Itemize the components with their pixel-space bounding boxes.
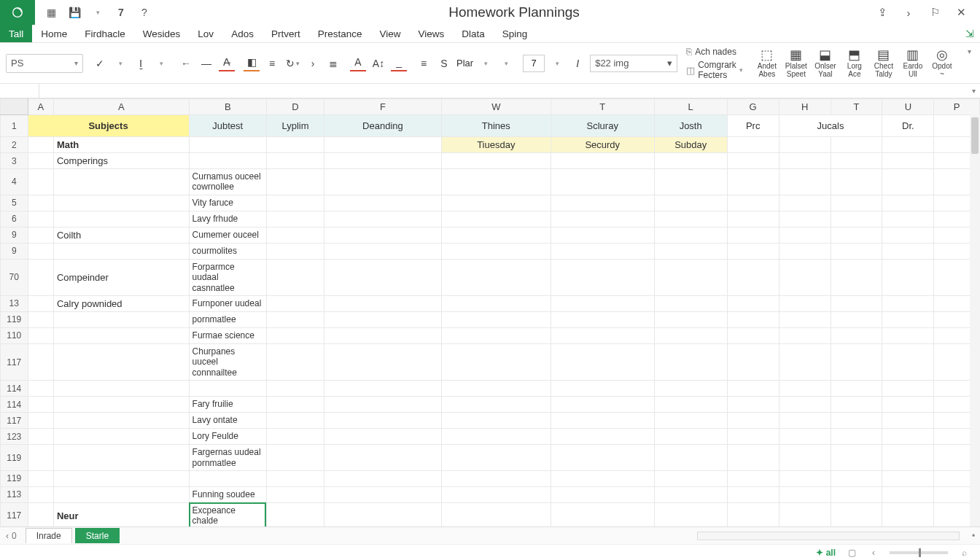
- col-header[interactable]: A: [53, 99, 189, 115]
- cell[interactable]: [779, 470, 831, 486]
- cell[interactable]: [266, 195, 324, 211]
- ribbon-stack-1[interactable]: ▦PlalsetSpeet: [782, 48, 810, 78]
- cell[interactable]: [266, 397, 324, 413]
- list-icon[interactable]: ≣: [325, 55, 341, 71]
- ach-nades-button[interactable]: ⎘ Ach nades: [686, 46, 743, 57]
- menu-tab-firdhacle[interactable]: Firdhacle: [76, 25, 134, 42]
- cell[interactable]: [882, 502, 934, 526]
- cell-subject[interactable]: [53, 445, 189, 471]
- cell[interactable]: [28, 295, 53, 311]
- cell[interactable]: [831, 502, 882, 526]
- cell[interactable]: [831, 486, 882, 502]
- row-header[interactable]: 13: [1, 295, 28, 311]
- cell[interactable]: [654, 486, 727, 502]
- sheet-nav-prev-icon[interactable]: ‹: [6, 531, 9, 541]
- row-header[interactable]: 9: [1, 227, 28, 243]
- cell[interactable]: Lavy ontate: [189, 413, 266, 429]
- cell[interactable]: Furnponer uudeal: [189, 295, 266, 311]
- cell[interactable]: [189, 137, 266, 153]
- cell[interactable]: [441, 397, 551, 413]
- ribbon-stack-2[interactable]: ⬓OnlserYaal: [812, 48, 839, 78]
- cell[interactable]: Jubtest: [189, 115, 266, 137]
- qat-help-icon[interactable]: ?: [137, 5, 152, 20]
- cell[interactable]: [779, 243, 831, 259]
- cell[interactable]: [28, 429, 53, 445]
- row-header[interactable]: 4: [1, 169, 28, 195]
- row-header[interactable]: 119: [1, 470, 28, 486]
- cell[interactable]: [779, 381, 831, 397]
- comgrark-fecters-button[interactable]: ◫ Comgrark Fecters ▾: [686, 60, 743, 80]
- cell[interactable]: [324, 470, 442, 486]
- vertical-scrollbar[interactable]: [970, 114, 980, 526]
- cell[interactable]: [882, 211, 934, 227]
- cell[interactable]: Subday: [654, 137, 727, 153]
- cell[interactable]: Funning soudee: [189, 486, 266, 502]
- cell[interactable]: [28, 259, 53, 295]
- cell[interactable]: [779, 311, 831, 327]
- ribbon-stack-0[interactable]: ⬚AndetAbes: [753, 48, 781, 78]
- cell-subject[interactable]: [53, 470, 189, 486]
- cell[interactable]: [654, 243, 727, 259]
- cell[interactable]: [882, 413, 934, 429]
- bullets-icon[interactable]: ≡: [416, 55, 432, 71]
- cell[interactable]: [831, 243, 882, 259]
- italic-style-icon[interactable]: I̱: [133, 55, 149, 71]
- cell[interactable]: [441, 502, 551, 526]
- qat-save-icon[interactable]: 💾: [67, 5, 82, 20]
- ribbon-stack-3[interactable]: ⬒LorgAce: [841, 48, 868, 78]
- cell-subject[interactable]: [53, 211, 189, 227]
- cell[interactable]: pornmatlee: [189, 311, 266, 327]
- cell[interactable]: [831, 327, 882, 343]
- cell[interactable]: [324, 397, 442, 413]
- font-name-select[interactable]: PS ▾: [6, 54, 83, 73]
- cell[interactable]: [266, 227, 324, 243]
- cell-subject[interactable]: Comperings: [53, 153, 189, 169]
- cell[interactable]: Thines: [441, 115, 551, 137]
- cell[interactable]: [266, 343, 324, 380]
- cell[interactable]: [882, 470, 934, 486]
- cell[interactable]: [654, 211, 727, 227]
- cell[interactable]: [28, 470, 53, 486]
- cell[interactable]: [727, 445, 779, 471]
- cell[interactable]: [831, 470, 882, 486]
- cell[interactable]: [654, 502, 727, 526]
- row-header[interactable]: 119: [1, 445, 28, 471]
- cell[interactable]: [266, 502, 324, 526]
- cell[interactable]: [189, 153, 266, 169]
- cell[interactable]: [727, 486, 779, 502]
- cell[interactable]: [727, 137, 779, 153]
- ribbon-stack-5[interactable]: ▥EardoUll: [899, 48, 927, 78]
- cell[interactable]: [324, 502, 442, 526]
- cell[interactable]: [831, 195, 882, 211]
- cell[interactable]: [779, 153, 831, 169]
- align-icon[interactable]: ≡: [264, 55, 280, 71]
- menu-tab-views[interactable]: Views: [410, 25, 454, 42]
- cell[interactable]: Jucals: [779, 115, 882, 137]
- cell[interactable]: [551, 169, 654, 195]
- cell[interactable]: [654, 195, 727, 211]
- cell[interactable]: Forparmce uudaal casnnatlee: [189, 259, 266, 295]
- cell[interactable]: Tiuesday: [441, 137, 551, 153]
- cell[interactable]: [882, 227, 934, 243]
- qat-num[interactable]: 7: [114, 5, 128, 20]
- cell[interactable]: [441, 327, 551, 343]
- row-header[interactable]: 3: [1, 153, 28, 169]
- cell[interactable]: [831, 343, 882, 380]
- menu-tab-dlata[interactable]: Dlata: [453, 25, 494, 42]
- cell[interactable]: [779, 486, 831, 502]
- cell[interactable]: [324, 413, 442, 429]
- cell[interactable]: [324, 445, 442, 471]
- cell[interactable]: [727, 311, 779, 327]
- col-header[interactable]: A: [28, 99, 53, 115]
- cell[interactable]: [266, 327, 324, 343]
- cell-subject[interactable]: [53, 243, 189, 259]
- cell[interactable]: [831, 211, 882, 227]
- cell[interactable]: [654, 445, 727, 471]
- col-header[interactable]: U: [882, 99, 934, 115]
- cell[interactable]: [831, 227, 882, 243]
- cell[interactable]: [441, 311, 551, 327]
- cell[interactable]: [727, 502, 779, 526]
- cell[interactable]: [882, 429, 934, 445]
- cell-subject[interactable]: [53, 343, 189, 380]
- cell[interactable]: [779, 195, 831, 211]
